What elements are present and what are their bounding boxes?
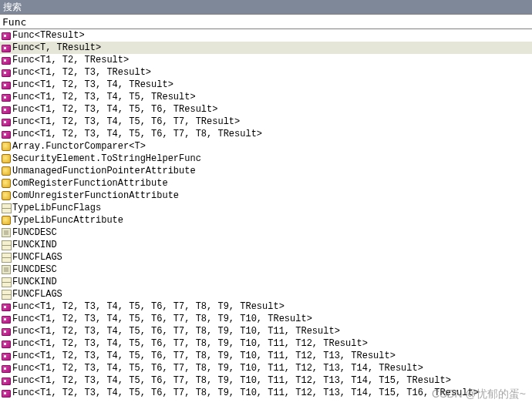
delegate-icon	[2, 353, 11, 361]
class-icon	[2, 142, 11, 151]
list-item-label: Func<T1, T2, T3, T4, T5, T6, T7, T8, T9,…	[12, 387, 479, 399]
window-titlebar: 搜索	[0, 0, 532, 14]
delegate-icon	[2, 390, 11, 398]
delegate-icon	[2, 131, 11, 139]
enum-icon	[2, 253, 11, 262]
list-item-label: Func<T1, T2, T3, T4, T5, T6, T7, TResult…	[12, 116, 240, 128]
list-item[interactable]: Func<T1, T2, T3, T4, T5, T6, T7, T8, T9,…	[0, 313, 532, 325]
list-item[interactable]: Func<T1, T2, T3, T4, T5, T6, T7, T8, T9,…	[0, 325, 532, 337]
class-icon	[2, 191, 11, 200]
list-item-label: TypeLibFuncFlags	[12, 202, 101, 214]
list-item-label: ComUnregisterFunctionAttribute	[12, 190, 179, 202]
delegate-icon	[2, 341, 11, 348]
delegate-icon	[2, 106, 11, 114]
list-item[interactable]: TypeLibFuncFlags	[0, 202, 532, 214]
list-item[interactable]: Func<T1, T2, T3, T4, T5, TResult>	[0, 91, 532, 103]
list-item-label: Func<T1, T2, T3, T4, T5, T6, T7, T8, T9,…	[12, 300, 285, 313]
delegate-icon	[2, 377, 11, 385]
list-item-label: FUNCKIND	[12, 276, 57, 288]
list-item[interactable]: Func<T1, T2, T3, T4, T5, T6, T7, TResult…	[0, 116, 532, 128]
list-item[interactable]: Func<T1, T2, T3, T4, TResult>	[0, 79, 532, 91]
list-item-label: Func<T1, T2, T3, T4, TResult>	[12, 79, 173, 91]
list-item[interactable]: SecurityElement.ToStringHelperFunc	[0, 153, 532, 165]
list-item[interactable]: Func<T1, T2, T3, TResult>	[0, 66, 532, 79]
list-item[interactable]: Func<T1, T2, T3, T4, T5, T6, T7, T8, T9,…	[0, 350, 532, 362]
list-item-label: Array.FunctorComparer<T>	[12, 140, 146, 153]
list-item[interactable]: Func<T1, T2, T3, T4, T5, T6, T7, T8, T9,…	[0, 362, 532, 374]
list-item-label: FUNCFLAGS	[12, 288, 62, 300]
list-item[interactable]: TypeLibFuncAttribute	[0, 214, 532, 226]
list-item[interactable]: Func<T1, T2, T3, T4, T5, T6, T7, T8, T9,…	[0, 374, 532, 387]
class-icon	[2, 179, 11, 188]
list-item-label: Func<T1, T2, T3, T4, T5, T6, T7, T8, T9,…	[12, 313, 312, 325]
list-item-label: FUNCFLAGS	[12, 251, 62, 263]
list-item[interactable]: Array.FunctorComparer<T>	[0, 140, 532, 153]
list-item-label: Func<T1, T2, T3, T4, T5, T6, T7, T8, T9,…	[12, 325, 340, 337]
list-item-label: FUNCDESC	[12, 226, 57, 239]
list-item[interactable]: Func<T1, T2, T3, T4, T5, T6, T7, T8, T9,…	[0, 337, 532, 350]
list-item[interactable]: FUNCDESC	[0, 263, 532, 276]
struct-icon	[2, 228, 11, 237]
delegate-icon	[2, 304, 11, 311]
window-title: 搜索	[3, 2, 22, 12]
list-item-label: Func<T1, T2, T3, T4, T5, T6, T7, T8, T9,…	[12, 337, 368, 350]
list-item[interactable]: Func<T1, T2, T3, T4, T5, T6, T7, T8, TRe…	[0, 128, 532, 140]
enum-icon	[2, 203, 11, 213]
list-item-label: UnmanagedFunctionPointerAttribute	[12, 165, 196, 177]
list-item[interactable]: FUNCKIND	[0, 239, 532, 251]
delegate-icon	[2, 119, 11, 126]
delegate-icon	[2, 94, 11, 102]
list-item[interactable]: FUNCFLAGS	[0, 251, 532, 263]
list-item-label: Func<TResult>	[12, 29, 85, 42]
list-item-label: Func<T1, T2, T3, T4, T5, T6, TResult>	[12, 103, 217, 116]
enum-icon	[2, 240, 11, 250]
list-item[interactable]: FUNCFLAGS	[0, 288, 532, 300]
enum-icon	[2, 277, 11, 287]
list-item[interactable]: ComRegisterFunctionAttribute	[0, 177, 532, 190]
list-item-label: FUNCDESC	[12, 263, 57, 276]
list-item-label: Func<T1, T2, T3, T4, T5, T6, T7, T8, T9,…	[12, 362, 423, 374]
delegate-icon	[2, 365, 11, 373]
enum-icon	[2, 290, 11, 299]
list-item[interactable]: Func<T1, T2, T3, T4, T5, T6, T7, T8, T9,…	[0, 387, 532, 399]
class-icon	[2, 154, 11, 163]
delegate-icon	[2, 69, 11, 77]
list-item[interactable]: Func<T, TResult>	[0, 42, 532, 54]
list-item-label: Func<T1, T2, T3, T4, T5, T6, T7, T8, T9,…	[12, 374, 451, 387]
list-item-label: Func<T1, T2, T3, T4, T5, T6, T7, T8, TRe…	[12, 128, 262, 140]
list-item[interactable]: Func<T1, T2, T3, T4, T5, T6, T7, T8, T9,…	[0, 300, 532, 313]
class-icon	[2, 216, 11, 225]
struct-icon	[2, 265, 11, 274]
list-item[interactable]: Func<T1, T2, TResult>	[0, 54, 532, 66]
class-icon	[2, 166, 11, 176]
delegate-icon	[2, 32, 11, 40]
list-item[interactable]: FUNCDESC	[0, 226, 532, 239]
list-item-label: Func<T1, T2, T3, T4, T5, TResult>	[12, 91, 196, 103]
list-item-label: Func<T1, T2, T3, T4, T5, T6, T7, T8, T9,…	[12, 350, 396, 362]
delegate-icon	[2, 57, 11, 65]
search-input[interactable]	[0, 14, 532, 29]
list-item[interactable]: Func<TResult>	[0, 29, 532, 42]
list-item[interactable]: UnmanagedFunctionPointerAttribute	[0, 165, 532, 177]
list-item-label: ComRegisterFunctionAttribute	[12, 177, 168, 190]
list-item-label: SecurityElement.ToStringHelperFunc	[12, 153, 201, 165]
delegate-icon	[2, 82, 11, 89]
results-list[interactable]: Func<TResult>Func<T, TResult>Func<T1, T2…	[0, 29, 532, 399]
delegate-icon	[2, 328, 11, 336]
list-item-label: Func<T1, T2, T3, TResult>	[12, 66, 151, 79]
delegate-icon	[2, 316, 11, 324]
list-item[interactable]: Func<T1, T2, T3, T4, T5, T6, TResult>	[0, 103, 532, 116]
list-item-label: TypeLibFuncAttribute	[12, 214, 123, 226]
list-item-label: Func<T, TResult>	[12, 42, 101, 54]
delegate-icon	[2, 45, 11, 52]
list-item-label: FUNCKIND	[12, 239, 57, 251]
list-item[interactable]: FUNCKIND	[0, 276, 532, 288]
list-item[interactable]: ComUnregisterFunctionAttribute	[0, 190, 532, 202]
list-item-label: Func<T1, T2, TResult>	[12, 54, 129, 66]
